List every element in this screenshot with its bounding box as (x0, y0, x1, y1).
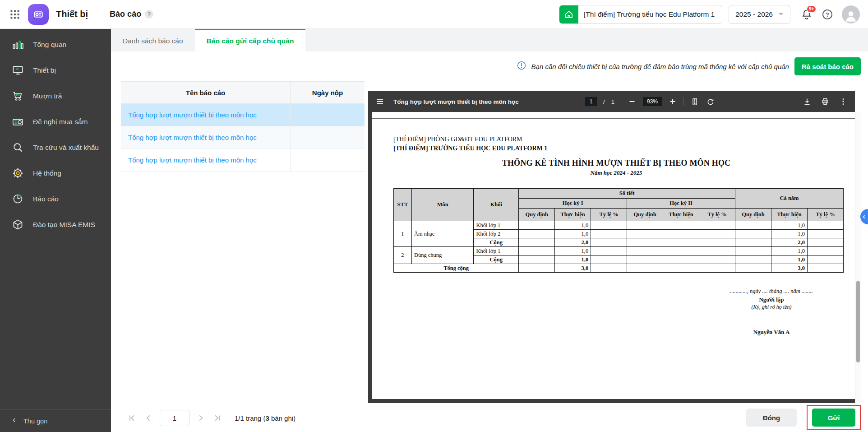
pdf-stage-bottom-edge (368, 399, 861, 403)
doc-table-header-cell: Thực hiện (555, 209, 591, 221)
gear-icon (12, 167, 24, 179)
pdf-page: [THÍ ĐIỂM] PHÒNG GD&ĐT EDU PLATFORM [THÍ… (372, 118, 861, 399)
zoom-level[interactable]: 93% (643, 97, 662, 106)
notice-text: Bạn cần đối chiếu thiết bị của trường để… (531, 63, 789, 70)
doc-table-cell (627, 230, 663, 238)
doc-table-cell (591, 264, 627, 273)
tabbar: Danh sách báo cáoBáo cáo gửi cấp chủ quả… (111, 29, 868, 51)
pdf-scrollbar[interactable] (855, 112, 861, 403)
sidebar-collapse-button[interactable]: Thu gọn (0, 409, 111, 432)
report-row[interactable]: Tổng hợp lượt mượn thiết bị theo môn học (121, 149, 365, 172)
doc-table-cell (807, 230, 843, 238)
sidebar-item-search-export[interactable]: Tra cứu và xuất khẩu (0, 135, 111, 160)
school-selector[interactable]: [Thí điểm] Trường tiểu học Edu Platform … (559, 5, 722, 24)
more-options-icon[interactable] (839, 97, 848, 106)
zoom-in-icon[interactable] (668, 97, 677, 106)
doc-table-cell: Cộng (474, 238, 519, 247)
fit-page-icon[interactable] (690, 97, 699, 106)
last-page-icon[interactable] (212, 413, 222, 423)
doc-table-cell: Khối lớp 2 (474, 230, 519, 238)
pdf-viewer-panel: Tổng hợp lượt mượn thiết bị theo môn học… (368, 81, 861, 432)
school-year-select[interactable]: 2025 - 2026 (729, 5, 790, 24)
sidebar-item-reports[interactable]: Báo cáo (0, 186, 111, 212)
doc-table-cell: 1,0 (771, 230, 807, 238)
zoom-out-icon[interactable] (628, 97, 637, 106)
help-icon[interactable]: ? (821, 8, 834, 21)
close-button[interactable]: Đóng (746, 409, 797, 427)
report-name-link[interactable]: Tổng hợp lượt mượn thiết bị theo môn học (128, 134, 257, 141)
pdf-scrollbar-thumb[interactable] (856, 281, 860, 362)
doc-org-line1: [THÍ ĐIỂM] PHÒNG GD&ĐT EDU PLATFORM (393, 136, 861, 143)
first-page-icon[interactable] (127, 413, 137, 423)
doc-table-cell (807, 264, 843, 273)
chevron-left-icon (11, 417, 18, 425)
sidebar-item-purchase-request[interactable]: Đề nghị mua sắm (0, 109, 111, 135)
doc-table-header-cell: Thực hiện (771, 209, 807, 221)
app-grid-icon[interactable] (9, 9, 21, 20)
sidebar-item-system[interactable]: Hệ thống (0, 160, 111, 186)
doc-table-cell (807, 238, 843, 247)
doc-table-cell (807, 255, 843, 264)
doc-table-cell: 2,0 (771, 238, 807, 247)
search-icon (12, 141, 24, 153)
doc-table-cell (699, 247, 735, 255)
sidebar-item-label: Đề nghị mua sắm (33, 118, 88, 126)
app-window: Thiết bị Báo cáo ? [Thí điểm] Trường tiể… (0, 0, 868, 432)
doc-table-header-cell: Thực hiện (663, 209, 699, 221)
doc-table-header-cell: Tỷ lệ % (807, 209, 843, 221)
send-button[interactable]: Gửi (812, 409, 855, 427)
doc-table-cell (663, 221, 699, 230)
prev-page-icon[interactable] (143, 413, 153, 423)
report-name-link[interactable]: Tổng hợp lượt mượn thiết bị theo môn học (128, 111, 257, 119)
doc-table-cell (699, 221, 735, 230)
doc-table-cell (591, 221, 627, 230)
sidebar-item-borrow-return[interactable]: Mượn trả (0, 83, 111, 109)
sidebar-item-overview[interactable]: Tổng quan (0, 32, 111, 57)
next-page-icon[interactable] (196, 413, 206, 423)
panel-divider (365, 81, 368, 432)
doc-table-header-cell: Cả năm (735, 189, 844, 209)
report-name-link[interactable]: Tổng hợp lượt mượn thiết bị theo môn học (128, 156, 257, 164)
projector-icon (12, 116, 24, 128)
print-icon[interactable] (821, 97, 830, 106)
doc-table-header-cell: Môn (411, 189, 474, 221)
report-row[interactable]: Tổng hợp lượt mượn thiết bị theo môn học (121, 126, 365, 149)
rotate-icon[interactable] (706, 97, 715, 106)
avatar[interactable] (842, 5, 860, 23)
report-row[interactable]: Tổng hợp lượt mượn thiết bị theo môn học (121, 104, 365, 126)
doc-table-header-cell: STT (394, 189, 412, 221)
download-icon[interactable] (803, 97, 812, 106)
page-number-input[interactable] (160, 410, 189, 426)
tab-report-list[interactable]: Danh sách báo cáo (111, 29, 195, 51)
page-help-icon[interactable]: ? (145, 10, 153, 19)
doc-table-cell: 1,0 (555, 255, 591, 264)
pdf-page-separator: / (603, 98, 605, 105)
doc-table-cell: Âm nhạc (411, 221, 474, 247)
app-logo-icon[interactable] (28, 4, 49, 25)
sidebar-item-misa-training[interactable]: Đào tạo MISA EMIS (0, 212, 111, 237)
sidebar-item-label: Tổng quan (33, 41, 66, 49)
report-date (290, 104, 365, 126)
pdf-page-input[interactable]: 1 (585, 97, 597, 106)
doc-table-cell (591, 230, 627, 238)
doc-table-cell (627, 221, 663, 230)
notifications-button[interactable]: 9+ (800, 8, 813, 21)
report-table: Tên báo cáo Ngày nộp Tổng hợp lượt mượn … (121, 81, 365, 172)
page-title: Báo cáo (110, 9, 141, 19)
doc-table-cell (699, 230, 735, 238)
doc-table-cell (699, 264, 735, 273)
pdf-page-total: 1 (611, 98, 614, 105)
sidebar-item-label: Tra cứu và xuất khẩu (33, 144, 99, 152)
menu-icon[interactable] (375, 97, 384, 106)
signature-block: ............, ngày .... tháng .... năm .… (695, 288, 848, 336)
tab-reports-to-authority[interactable]: Báo cáo gửi cấp chủ quản (195, 29, 306, 51)
doc-table-header-cell: Quy định (735, 209, 771, 221)
doc-table-header-cell: Quy định (519, 209, 555, 221)
doc-table-header-cell: Số tiết (519, 189, 735, 199)
doc-table-cell (807, 247, 843, 255)
doc-table-header-cell: Tỷ lệ % (699, 209, 735, 221)
review-report-button[interactable]: Rà soát báo cáo (794, 57, 861, 75)
doc-table-header-cell: Khối (474, 189, 519, 221)
sidebar-item-devices[interactable]: Thiết bị (0, 57, 111, 83)
doc-table-cell (591, 247, 627, 255)
